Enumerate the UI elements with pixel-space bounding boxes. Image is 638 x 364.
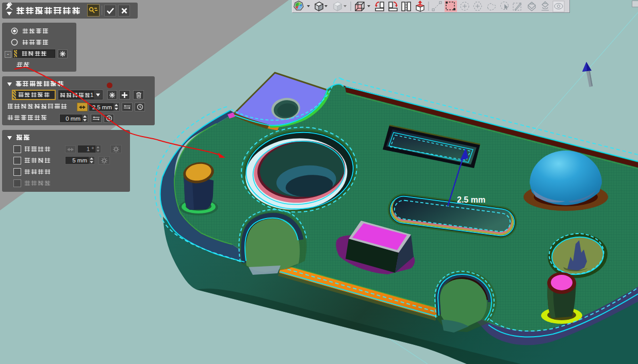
svg-text:2.5 mm: 2.5 mm [457, 195, 485, 204]
